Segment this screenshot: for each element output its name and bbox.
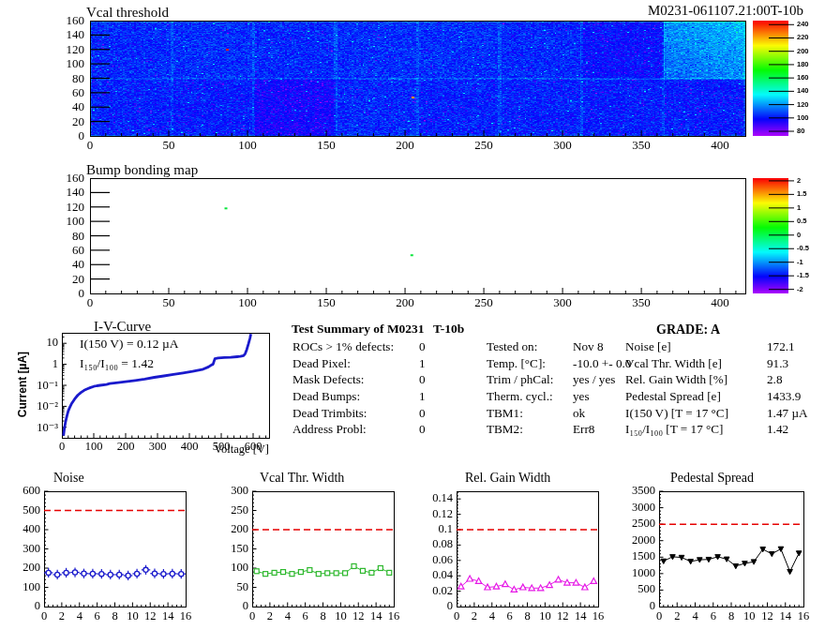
y-tick-label: 1500 bbox=[616, 549, 655, 563]
y-tick-label: 3000 bbox=[616, 501, 655, 515]
x-tick-label: 150 bbox=[308, 138, 345, 153]
rel-gain-plot-title: Rel. Gain Width bbox=[465, 471, 550, 486]
defect-row: Dead Trimbits:0 bbox=[292, 406, 480, 423]
y-tick-label: 50 bbox=[209, 580, 248, 594]
defect-row: ROCs > 1% defects:0 bbox=[292, 339, 480, 356]
condition-row: Tested on:Nov 8 bbox=[487, 339, 627, 356]
y-tick-label: 0.06 bbox=[413, 553, 453, 567]
result-row: I(150 V) [T = 17 °C]1.47 µA bbox=[625, 406, 839, 423]
x-tick-label: 200 bbox=[386, 138, 424, 153]
x-tick-label: 300 bbox=[544, 138, 581, 153]
condition-label: TBM2: bbox=[487, 422, 523, 436]
y-tick-label: 100 bbox=[209, 561, 248, 575]
condition-value: yes bbox=[573, 389, 590, 404]
colorbar-tick-label: 200 bbox=[797, 47, 809, 55]
result-row: Vcal Thr. Width [e]91.3 bbox=[625, 356, 839, 373]
y-tick-label: 2000 bbox=[616, 533, 655, 548]
defect-label: Mask Defects: bbox=[292, 372, 365, 386]
y-tick-label: 40 bbox=[47, 257, 84, 272]
x-tick-label: 16 bbox=[587, 609, 609, 623]
y-tick-label: 80 bbox=[47, 71, 84, 86]
result-row: Rel. Gain Width [%]2.8 bbox=[625, 372, 839, 389]
result-label: Pedestal Spread [e] bbox=[625, 389, 721, 403]
x-tick-label: 16 bbox=[792, 609, 815, 623]
x-tick-label: 400 bbox=[701, 138, 739, 153]
defect-label: Dead Bumps: bbox=[292, 389, 360, 403]
iv-x-tick-label: 200 bbox=[109, 440, 142, 454]
x-tick-label: 350 bbox=[622, 295, 660, 310]
y-tick-label: 200 bbox=[1, 561, 40, 575]
y-tick-label: 400 bbox=[1, 522, 40, 536]
colorbar-tick-label: 0 bbox=[797, 231, 801, 239]
x-tick-label: 150 bbox=[308, 295, 345, 310]
result-label: Noise [e] bbox=[625, 339, 671, 353]
defect-row: Dead Pixel:1 bbox=[292, 356, 480, 373]
condition-value: -10.0 +- 0.0 bbox=[573, 356, 631, 371]
y-tick-label: 0.14 bbox=[413, 491, 453, 505]
x-tick-label: 50 bbox=[150, 138, 188, 153]
colorbar-tick-label: 80 bbox=[797, 127, 804, 135]
y-tick-label: 300 bbox=[1, 542, 40, 556]
y-tick-label: 20 bbox=[47, 272, 84, 287]
condition-row: Therm. cycl.:yes bbox=[487, 389, 627, 406]
module-id-label: M0231-061107.21:00T-10b bbox=[522, 3, 803, 19]
x-tick-label: 100 bbox=[229, 138, 266, 153]
iv-x-tick-label: 300 bbox=[141, 440, 174, 454]
condition-row: TBM2:Err8 bbox=[487, 422, 627, 439]
defect-label: Address Probl: bbox=[292, 422, 367, 436]
condition-label: Tested on: bbox=[487, 339, 537, 353]
grade-label: GRADE: A bbox=[656, 322, 720, 338]
colorbar-tick-label: 140 bbox=[797, 86, 809, 95]
condition-value: Err8 bbox=[573, 422, 594, 437]
y-tick-label: 3500 bbox=[616, 484, 655, 498]
colorbar-tick-label: -1 bbox=[797, 258, 803, 266]
y-tick-label: 80 bbox=[47, 229, 84, 244]
defect-label: Dead Trimbits: bbox=[292, 406, 368, 420]
defect-label: Dead Pixel: bbox=[292, 356, 351, 370]
colorbar-tick-label: 240 bbox=[797, 20, 809, 28]
iv-x-tick-label: 100 bbox=[77, 440, 111, 454]
condition-label: TBM1: bbox=[487, 406, 523, 420]
y-tick-label: 500 bbox=[1, 503, 40, 518]
defect-value: 0 bbox=[419, 372, 426, 387]
result-label: Rel. Gain Width [%] bbox=[625, 372, 728, 386]
x-tick-label: 400 bbox=[701, 295, 739, 310]
colorbar-tick-label: 1 bbox=[797, 203, 801, 212]
colorbar-tick-label: 2 bbox=[797, 176, 801, 185]
summary-heading: Test Summary of M0231 bbox=[292, 322, 425, 337]
defect-label: ROCs > 1% defects: bbox=[292, 339, 394, 353]
y-tick-label: 100 bbox=[47, 56, 84, 71]
summary-defects-column: ROCs > 1% defects:0Dead Pixel:1Mask Defe… bbox=[292, 339, 480, 439]
iv-xaxis-label: Voltage [V] bbox=[175, 442, 269, 457]
result-value: 1.47 µA bbox=[767, 406, 808, 421]
summary-results-column: Noise [e]172.1Vcal Thr. Width [e]91.3Rel… bbox=[625, 339, 839, 439]
result-row: Noise [e]172.1 bbox=[625, 339, 839, 356]
x-tick-label: 100 bbox=[229, 295, 266, 310]
result-value: 1.42 bbox=[767, 422, 788, 437]
colorbar-tick-label: -0.5 bbox=[797, 244, 809, 252]
result-row: I₁₅₀/I₁₀₀ [T = 17 °C]1.42 bbox=[625, 422, 839, 439]
iv-yaxis-label: Current [µA] bbox=[16, 328, 29, 441]
y-tick-label: 1000 bbox=[616, 566, 655, 580]
result-label: I(150 V) [T = 17 °C] bbox=[625, 406, 728, 420]
summary-module-temp: T-10b bbox=[433, 322, 464, 337]
defect-value: 1 bbox=[419, 389, 426, 404]
iv-curve-title: I-V-Curve bbox=[94, 319, 151, 335]
y-tick-label: 60 bbox=[47, 243, 84, 258]
x-tick-label: 16 bbox=[174, 609, 197, 623]
defect-row: Dead Bumps:1 bbox=[292, 389, 480, 406]
y-tick-label: 40 bbox=[47, 99, 84, 114]
y-tick-label: 160 bbox=[47, 13, 84, 28]
defect-value: 0 bbox=[419, 422, 426, 437]
y-tick-label: 20 bbox=[47, 114, 84, 129]
y-tick-label: 0.12 bbox=[413, 507, 453, 521]
iv-annotation-ratio: I₁₅₀/I₁₀₀ = 1.42 bbox=[80, 356, 154, 371]
y-tick-label: 140 bbox=[47, 27, 84, 42]
x-tick-label: 300 bbox=[544, 295, 581, 310]
result-value: 1433.9 bbox=[767, 389, 801, 404]
y-tick-label: 0.08 bbox=[413, 537, 453, 551]
module-test-report-page: 2402202001801601401201008021.510.50-0.5-… bbox=[0, 0, 840, 630]
condition-row: Trim / phCal:yes / yes bbox=[487, 372, 627, 389]
result-value: 2.8 bbox=[767, 372, 782, 387]
colorbar-tick-label: 180 bbox=[797, 60, 809, 68]
